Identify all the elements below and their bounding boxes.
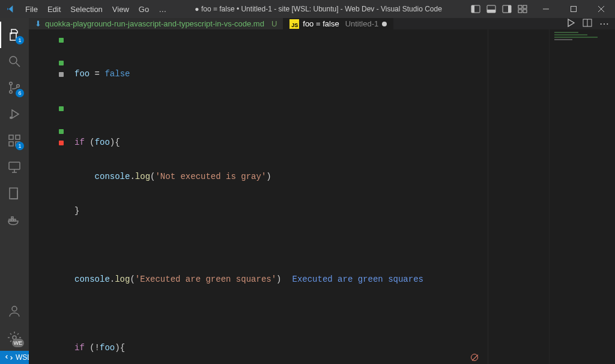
svg-rect-11	[571, 7, 577, 12]
svg-point-33	[12, 306, 17, 311]
window-minimize-button[interactable]	[532, 0, 560, 18]
svg-rect-6	[518, 5, 522, 8]
svg-rect-25	[9, 162, 20, 169]
window-close-button[interactable]	[587, 0, 615, 18]
svg-point-18	[17, 85, 20, 88]
settings-we-badge: WE	[12, 339, 25, 347]
svg-rect-1	[471, 5, 474, 13]
tab-label: quokka-playground-run-javascript-and-typ…	[45, 19, 264, 28]
activity-settings[interactable]: WE	[0, 324, 29, 351]
menu-selection[interactable]: Selection	[66, 2, 106, 16]
more-actions-icon[interactable]: ⋯	[599, 18, 609, 29]
svg-point-17	[10, 91, 13, 94]
markdown-arrow-icon: ⬇	[35, 19, 41, 28]
scm-badge: 6	[16, 89, 24, 97]
svg-rect-3	[487, 10, 495, 13]
svg-rect-21	[9, 135, 13, 139]
svg-point-14	[10, 56, 17, 64]
svg-rect-24	[16, 135, 20, 139]
menu-overflow[interactable]: …	[154, 2, 171, 16]
menu-go[interactable]: Go	[135, 2, 153, 16]
editor-minimap[interactable]	[549, 29, 615, 364]
layout-panel-bottom-icon[interactable]	[486, 4, 496, 14]
svg-point-16	[10, 82, 13, 85]
svg-rect-5	[508, 5, 511, 13]
vscode-logo-icon	[0, 4, 21, 14]
customize-layout-icon[interactable]	[518, 4, 527, 14]
activity-extensions[interactable]: 1	[0, 127, 29, 154]
tab-untitled-1[interactable]: JS foo = false Untitled-1	[283, 18, 393, 29]
circle-slash-icon	[471, 354, 478, 361]
svg-marker-19	[12, 110, 19, 118]
title-bar: File Edit Selection View Go … ● foo = fa…	[0, 0, 615, 18]
split-editor-icon[interactable]	[583, 18, 592, 29]
activity-run-debug[interactable]	[0, 101, 29, 127]
tab-description: Untitled-1	[345, 19, 379, 28]
tab-label: foo = false	[303, 19, 339, 28]
activity-remote-explorer[interactable]	[0, 154, 29, 180]
javascript-file-icon: JS	[289, 19, 299, 29]
svg-point-20	[10, 117, 12, 119]
svg-rect-9	[523, 10, 527, 13]
quokka-inline-output: Executed are green squares	[292, 274, 423, 285]
activity-source-control[interactable]: 6	[0, 74, 29, 101]
editor-tabs: ⬇ quokka-playground-run-javascript-and-t…	[29, 18, 615, 29]
menu-view[interactable]: View	[108, 2, 133, 16]
activity-accounts[interactable]	[0, 298, 29, 324]
svg-rect-7	[523, 5, 527, 8]
editor-content[interactable]: foo = false if (foo){ console.log('Not e…	[74, 29, 615, 364]
activity-docker[interactable]	[0, 207, 29, 233]
window-maximize-button[interactable]	[560, 0, 587, 18]
svg-rect-22	[9, 142, 13, 146]
run-file-icon[interactable]	[566, 18, 575, 29]
layout-sidebar-left-icon[interactable]	[471, 4, 480, 14]
editor-gutter	[29, 29, 74, 364]
menu-file[interactable]: File	[21, 2, 42, 16]
extensions-badge: 1	[16, 142, 24, 150]
svg-marker-35	[568, 19, 574, 26]
window-title: ● foo = false • Untitled-1 - site [WSL: …	[171, 5, 466, 13]
menu-edit[interactable]: Edit	[43, 2, 65, 16]
svg-rect-32	[11, 217, 13, 219]
svg-rect-28	[10, 188, 17, 199]
activity-bar: 1 6 1	[0, 18, 29, 351]
activity-explorer[interactable]: 1	[0, 22, 29, 48]
dirty-indicator-icon	[382, 22, 387, 26]
code-editor[interactable]: foo = false if (foo){ console.log('Not e…	[29, 29, 615, 364]
layout-sidebar-right-icon[interactable]	[502, 4, 512, 14]
activity-todo[interactable]	[0, 180, 29, 207]
svg-line-15	[16, 63, 20, 67]
svg-rect-8	[518, 10, 522, 13]
git-status-untracked: U	[271, 19, 277, 28]
explorer-badge: 1	[16, 36, 24, 44]
activity-search[interactable]	[0, 48, 29, 74]
tab-quokka-md[interactable]: ⬇ quokka-playground-run-javascript-and-t…	[29, 18, 283, 29]
